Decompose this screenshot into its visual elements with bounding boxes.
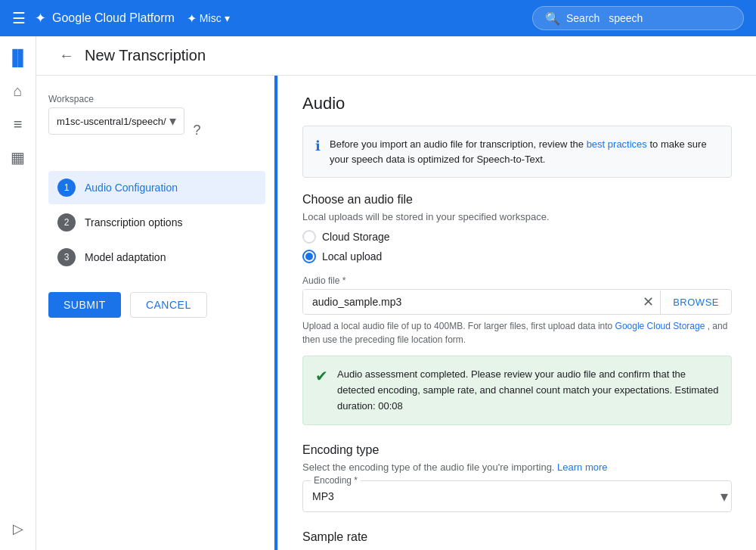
info-text-before: Before you import an audio file for tran… xyxy=(330,138,584,150)
search-bar[interactable]: 🔍 Search speech xyxy=(532,6,744,30)
browse-button[interactable]: BROWSE xyxy=(660,291,731,314)
top-navigation: ☰ ✦ Google Cloud Platform ✦ Misc ▾ 🔍 Sea… xyxy=(0,0,756,36)
encoding-hint: Select the encoding type of the audio fi… xyxy=(302,461,732,473)
section-title: Audio xyxy=(302,94,732,113)
project-icon: ✦ xyxy=(187,11,197,26)
encoding-select[interactable]: MP3 LINEAR16 FLAC MULAW AMR xyxy=(312,483,720,510)
sidebar-icon-list[interactable]: ≡ xyxy=(3,109,33,139)
workspace-label: Workspace xyxy=(48,94,265,104)
step-1-label: Audio Configuration xyxy=(85,182,178,194)
page-title: New Transcription xyxy=(85,47,206,64)
success-box: ✔ Audio assessment completed. Please rev… xyxy=(302,356,732,425)
project-dropdown-icon: ▾ xyxy=(225,12,230,24)
logo-icon: ✦ xyxy=(35,10,46,26)
workspace-dropdown-icon: ▾ xyxy=(169,113,176,129)
sidebar-icon-home[interactable]: ⌂ xyxy=(3,76,33,106)
success-icon: ✔ xyxy=(315,367,328,385)
sample-rate-section: Sample rate Enter the sample rate of the… xyxy=(302,530,732,550)
encoding-learn-more-link[interactable]: Learn more xyxy=(557,461,607,473)
main-content: ← New Transcription Workspace m1sc-uscen… xyxy=(36,36,756,550)
clear-file-button[interactable]: ✕ xyxy=(637,294,660,310)
upload-hint: Upload a local audio file of up to 400MB… xyxy=(302,319,732,346)
best-practices-link[interactable]: best practices xyxy=(587,138,647,150)
step-1-number: 1 xyxy=(57,179,76,197)
cloud-storage-radio[interactable]: Cloud Storage xyxy=(302,230,732,244)
back-button[interactable]: ← xyxy=(54,44,79,68)
encoding-field-label: Encoding * xyxy=(311,475,361,486)
sidebar-icon-waveform[interactable]: ▐▌ xyxy=(3,42,33,73)
submit-button[interactable]: SUBMIT xyxy=(48,292,121,318)
form-panel: Audio ℹ Before you import an audio file … xyxy=(278,76,756,550)
step-3-model-adaptation[interactable]: 3 Model adaptation xyxy=(48,241,265,274)
audio-file-field: ✕ BROWSE xyxy=(302,289,732,315)
search-icon: 🔍 xyxy=(545,11,560,26)
step-3-number: 3 xyxy=(57,248,76,266)
project-selector[interactable]: ✦ Misc ▾ xyxy=(187,11,230,26)
form-actions: SUBMIT CANCEL xyxy=(48,292,265,318)
app-name: Google Cloud Platform xyxy=(52,11,175,25)
encoding-hint-text: Select the encoding type of the audio fi… xyxy=(302,461,554,473)
success-text: Audio assessment completed. Please revie… xyxy=(337,367,719,414)
left-sidebar: ▐▌ ⌂ ≡ ▦ ▷ xyxy=(0,36,36,550)
step-divider xyxy=(274,76,277,550)
step-1-audio-configuration[interactable]: 1 Audio Configuration xyxy=(48,171,265,204)
encoding-select-wrapper: MP3 LINEAR16 FLAC MULAW AMR ▾ xyxy=(303,481,731,511)
encoding-section: Encoding type Select the encoding type o… xyxy=(302,443,732,512)
workspace-help-icon[interactable]: ? xyxy=(194,123,201,138)
cloud-storage-radio-circle xyxy=(302,230,316,244)
sidebar-expand-icon[interactable]: ▷ xyxy=(3,514,33,544)
sidebar-icon-chart[interactable]: ▦ xyxy=(3,142,33,172)
step-2-label: Transcription options xyxy=(85,216,182,228)
content-area: Workspace m1sc-uscentral1/speech/ ▾ ? 1 … xyxy=(36,76,756,550)
sample-rate-title: Sample rate xyxy=(302,530,732,544)
audio-file-input[interactable] xyxy=(303,290,637,314)
local-upload-label: Local upload xyxy=(322,250,382,263)
search-label: Search xyxy=(566,12,603,24)
encoding-field-box: Encoding * MP3 LINEAR16 FLAC MULAW AMR ▾ xyxy=(302,480,732,512)
workspace-value: m1sc-uscentral1/speech/ xyxy=(57,116,166,127)
audio-file-field-wrapper: Audio file * ✕ BROWSE Upload a local aud… xyxy=(302,275,732,346)
menu-icon[interactable]: ☰ xyxy=(12,9,26,27)
workspace-selector[interactable]: m1sc-uscentral1/speech/ ▾ xyxy=(48,107,184,135)
audio-file-title: Choose an audio file xyxy=(302,193,732,207)
audio-file-hint: Local uploads will be stored in your spe… xyxy=(302,211,732,222)
info-icon: ℹ xyxy=(315,138,321,154)
local-upload-radio[interactable]: Local upload xyxy=(302,250,732,263)
audio-source-radio-group: Cloud Storage Local upload xyxy=(302,230,732,263)
encoding-dropdown-icon: ▾ xyxy=(720,487,728,505)
info-text: Before you import an audio file for tran… xyxy=(330,137,719,166)
audio-file-section: Choose an audio file Local uploads will … xyxy=(302,193,732,425)
app-logo: ✦ Google Cloud Platform xyxy=(35,10,175,26)
step-3-label: Model adaptation xyxy=(85,251,166,263)
cloud-storage-label: Cloud Storage xyxy=(322,231,390,243)
project-name: Misc xyxy=(200,12,222,24)
audio-file-label: Audio file * xyxy=(302,275,732,286)
steps-panel: Workspace m1sc-uscentral1/speech/ ▾ ? 1 … xyxy=(36,76,278,550)
encoding-title: Encoding type xyxy=(302,443,732,457)
search-value: speech xyxy=(609,12,643,24)
cancel-button[interactable]: CANCEL xyxy=(130,292,207,318)
local-upload-radio-circle xyxy=(302,250,316,263)
step-2-transcription-options[interactable]: 2 Transcription options xyxy=(48,206,265,239)
info-box: ℹ Before you import an audio file for tr… xyxy=(302,126,732,178)
upload-hint-text: Upload a local audio file of up to 400MB… xyxy=(302,321,612,331)
step-2-number: 2 xyxy=(57,213,76,231)
google-cloud-storage-link[interactable]: Google Cloud Storage xyxy=(615,321,705,331)
page-header: ← New Transcription xyxy=(36,36,756,76)
workspace-row: m1sc-uscentral1/speech/ ▾ ? xyxy=(48,107,265,153)
